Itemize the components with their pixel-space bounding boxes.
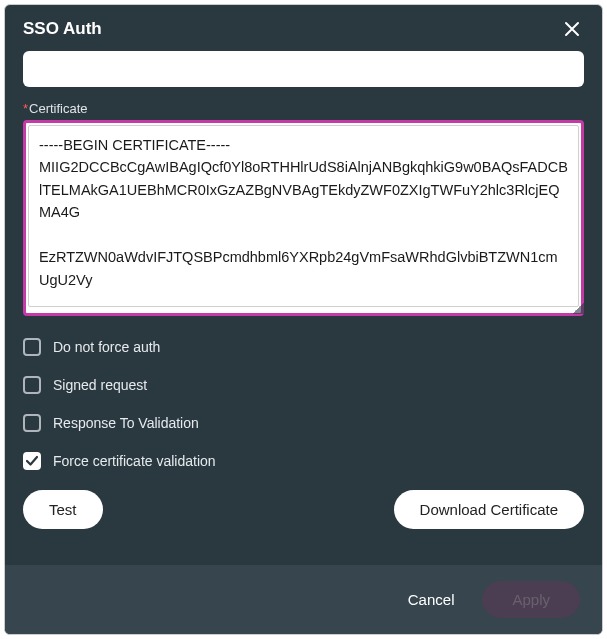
button-row: Test Download Certificate <box>23 490 584 529</box>
certificate-textarea[interactable] <box>28 125 579 307</box>
checkbox-label: Signed request <box>53 377 147 393</box>
checkbox-response-to-validation[interactable]: Response To Validation <box>23 414 584 432</box>
checkbox-box[interactable] <box>23 338 41 356</box>
required-marker: * <box>23 101 28 116</box>
modal-footer: Cancel Apply <box>5 565 602 634</box>
modal-title: SSO Auth <box>23 19 102 39</box>
apply-button[interactable]: Apply <box>482 581 580 618</box>
check-icon <box>26 455 38 467</box>
checkbox-group: Do not force auth Signed request Respons… <box>23 338 584 470</box>
modal-header: SSO Auth <box>5 5 602 49</box>
checkbox-no-force-auth[interactable]: Do not force auth <box>23 338 584 356</box>
checkbox-signed-request[interactable]: Signed request <box>23 376 584 394</box>
close-icon <box>564 21 580 37</box>
certificate-label: *Certificate <box>23 101 584 116</box>
test-button[interactable]: Test <box>23 490 103 529</box>
sso-auth-modal: SSO Auth *Certificate Do not force auth <box>4 4 603 635</box>
checkbox-force-cert-validation[interactable]: Force certificate validation <box>23 452 584 470</box>
close-button[interactable] <box>560 19 584 39</box>
cancel-button[interactable]: Cancel <box>408 591 455 608</box>
checkbox-label: Response To Validation <box>53 415 199 431</box>
download-certificate-button[interactable]: Download Certificate <box>394 490 584 529</box>
checkbox-box[interactable] <box>23 452 41 470</box>
modal-body: *Certificate Do not force auth Signed re… <box>5 49 602 565</box>
checkbox-box[interactable] <box>23 376 41 394</box>
prev-input-field[interactable] <box>23 51 584 87</box>
checkbox-label: Force certificate validation <box>53 453 216 469</box>
checkbox-label: Do not force auth <box>53 339 160 355</box>
checkbox-box[interactable] <box>23 414 41 432</box>
certificate-highlight <box>23 120 584 316</box>
